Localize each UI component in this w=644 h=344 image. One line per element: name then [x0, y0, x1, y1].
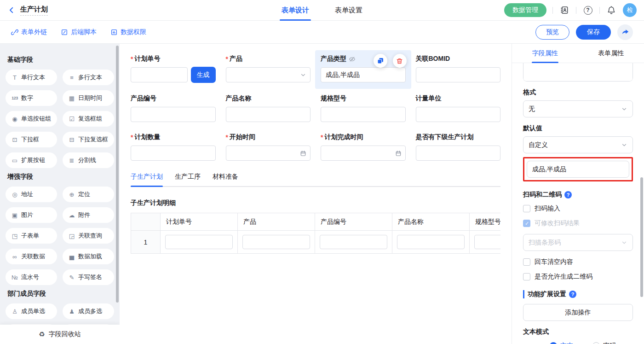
data-permission-link[interactable]: 数据权限 — [110, 28, 146, 36]
palette-item-checkbox-group[interactable]: ☑复选框组 — [63, 111, 114, 127]
palette-item-single-line-text[interactable]: T单行文本 — [6, 70, 57, 85]
form-external-link[interactable]: 表单外链 — [11, 28, 47, 36]
form-title[interactable]: 生产计划 — [20, 5, 48, 16]
palette-item-dropdown[interactable]: ⊡下拉框 — [6, 132, 57, 147]
dropdown-icon: ⊡ — [10, 136, 19, 143]
preview-button[interactable]: 预览 — [535, 25, 569, 40]
data-manage-button[interactable]: 数据管理 — [504, 3, 546, 17]
user-icon: ♙ — [10, 308, 19, 315]
radio-password-mode[interactable]: 密码 — [592, 342, 616, 344]
tab-production-process[interactable]: 生产工序 — [175, 173, 201, 186]
save-button[interactable]: 保存 — [576, 25, 611, 40]
palette-item-subform[interactable]: ◳子表单 — [6, 228, 57, 244]
palette-item-divider[interactable]: ≣分割线 — [63, 152, 114, 168]
checkbox-modify-scan-result[interactable]: 可修改扫码结果 — [523, 219, 633, 227]
field-unit[interactable]: 计量单位 — [416, 94, 501, 122]
palette-item-radio-group[interactable]: ◉单选按钮组 — [6, 111, 57, 127]
start-time-input[interactable] — [226, 146, 311, 161]
plan-finish-time-input[interactable] — [321, 146, 406, 161]
tab-sub-production-plan[interactable]: 子生产计划 — [131, 173, 163, 186]
text-mode-label: 文本模式 — [523, 328, 633, 336]
has-sub-plan-input[interactable] — [416, 146, 501, 161]
plan-number-input[interactable] — [131, 67, 188, 82]
palette-item-number[interactable]: 123数字 — [6, 90, 57, 106]
field-bom-id[interactable]: 关联BOMID — [416, 55, 501, 83]
checkbox-enter-clear[interactable]: 回车清空内容 — [523, 258, 633, 266]
palette-item-member-single[interactable]: ♙成员单选 — [6, 303, 57, 319]
tab-form-settings[interactable]: 表单设置 — [335, 0, 362, 21]
bom-id-input[interactable] — [416, 67, 501, 82]
palette-item-signature[interactable]: ✎手写签名 — [63, 269, 114, 285]
palette-item-linked-query[interactable]: ◲关联查询 — [63, 228, 114, 244]
row-product-name-input[interactable] — [397, 235, 465, 249]
generate-button[interactable]: 生成 — [191, 67, 216, 83]
palette-item-attachment[interactable]: ☁附件 — [63, 207, 114, 223]
palette-item-data-load[interactable]: ▅数据加载 — [63, 249, 114, 264]
share-button[interactable] — [617, 24, 633, 40]
delete-field-button[interactable] — [393, 54, 407, 68]
back-button[interactable] — [7, 6, 16, 14]
checkbox-allow-qrcode[interactable]: 是否允许生成二维码 — [523, 273, 633, 281]
format-select[interactable]: 无 — [523, 100, 633, 117]
row-plan-number-input[interactable] — [165, 235, 233, 249]
checkbox-scan-input[interactable]: 扫码输入 — [523, 204, 633, 213]
palette-item-multi-dropdown[interactable]: ⊟下拉复选框 — [63, 132, 114, 147]
palette-item-multi-line-text[interactable]: ≡多行文本 — [63, 70, 114, 85]
user-avatar[interactable]: 检 — [623, 3, 637, 17]
plan-quantity-input[interactable] — [131, 146, 216, 161]
add-action-button[interactable]: 添加操作 — [523, 304, 633, 321]
unit-input[interactable] — [416, 107, 501, 122]
address-book-icon[interactable] — [559, 5, 570, 16]
linked-query-icon: ◲ — [67, 233, 76, 239]
row-spec-model-input[interactable] — [474, 235, 500, 249]
product-name-input[interactable] — [226, 107, 311, 122]
field-plan-quantity[interactable]: 计划数量 — [131, 133, 216, 161]
palette-item-linked-data[interactable]: ∞关联数据 — [6, 249, 57, 264]
extend-button-icon: ▭ — [10, 157, 19, 164]
field-has-sub-plan[interactable]: 是否有下级生产计划 — [416, 133, 501, 161]
product-select[interactable] — [226, 67, 311, 82]
tab-form-design[interactable]: 表单设计 — [282, 0, 309, 21]
field-plan-number[interactable]: 计划单号 生成 — [131, 55, 216, 83]
properties-panel: 字段属性 表单属性 格式 无 默认值 自定义 — [512, 44, 644, 344]
palette-item-geolocation[interactable]: ⊕定位 — [63, 187, 114, 202]
field-plan-finish-time[interactable]: 计划完成时间 — [321, 133, 406, 161]
tab-form-properties[interactable]: 表单属性 — [578, 44, 644, 63]
product-type-input[interactable] — [321, 67, 406, 82]
palette-item-extend-button[interactable]: ▭扩展按钮 — [6, 152, 57, 168]
palette-item-address[interactable]: ◎地址 — [6, 187, 57, 202]
form-toolbar: 表单外链 后端脚本 数据权限 预览 保存 — [0, 21, 644, 44]
palette-item-member-multi[interactable]: ♟成员多选 — [63, 303, 114, 319]
notification-bell-icon[interactable] — [606, 5, 617, 16]
panel-scrollbar[interactable] — [640, 177, 643, 297]
scan-type-select[interactable]: 扫描条形码 — [523, 234, 633, 251]
palette-item-datetime[interactable]: ▦日期时间 — [63, 90, 114, 106]
backend-script-link[interactable]: 后端脚本 — [61, 28, 97, 36]
spec-model-input[interactable] — [321, 107, 406, 122]
field-recycle-bin[interactable]: ♻ 字段回收站 — [0, 325, 120, 344]
copy-field-button[interactable] — [374, 54, 387, 68]
field-product-code[interactable]: 产品编号 — [131, 94, 216, 122]
default-value-input[interactable] — [527, 161, 629, 178]
product-code-input[interactable] — [131, 107, 216, 122]
tab-field-properties[interactable]: 字段属性 — [512, 44, 578, 63]
palette-item-serial-number[interactable]: №流水号 — [6, 269, 57, 285]
field-product-name[interactable]: 产品名称 — [226, 94, 311, 122]
row-product-input[interactable] — [242, 235, 310, 249]
palette-item-image[interactable]: ▣图片 — [6, 207, 57, 223]
default-mode-select[interactable]: 自定义 — [523, 136, 633, 153]
field-product-type-selected[interactable]: 产品类型 — [315, 50, 411, 89]
row-product-code-input[interactable] — [320, 235, 387, 249]
field-product[interactable]: 产品 — [226, 55, 311, 83]
copy-icon — [377, 57, 384, 64]
field-spec-model[interactable]: 规格型号 — [321, 94, 406, 122]
tab-material-prep[interactable]: 材料准备 — [213, 173, 238, 186]
field-title-input[interactable] — [523, 63, 633, 82]
sidebar-scrollbar[interactable] — [116, 46, 119, 303]
help-badge-icon[interactable] — [569, 291, 576, 298]
field-start-time[interactable]: 开始时间 — [226, 133, 311, 161]
permission-icon — [110, 29, 118, 36]
radio-text-mode[interactable]: 文本 — [550, 342, 573, 344]
help-badge-icon[interactable] — [564, 191, 572, 198]
help-icon[interactable] — [582, 5, 593, 16]
